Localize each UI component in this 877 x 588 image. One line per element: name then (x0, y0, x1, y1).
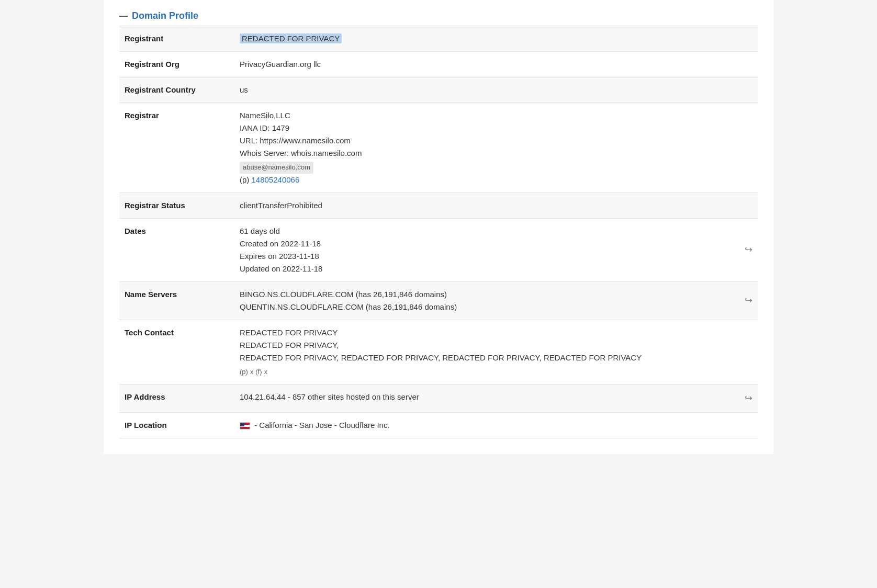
dates-age: 61 days old (240, 225, 732, 238)
registrant-country-label: Registrant Country (119, 77, 234, 103)
registrar-email-row: abuse@namesilo.com (240, 161, 732, 174)
ip-address-value: 104.21.64.44 - 857 other sites hosted on… (234, 384, 737, 412)
ns-2: QUENTIN.NS.CLOUDFLARE.COM (has 26,191,84… (240, 301, 732, 313)
registrar-whois: Whois Server: whois.namesilo.com (240, 147, 732, 160)
tech-phone-label: (p) (240, 368, 248, 376)
registrant-value: REDACTED FOR PRIVACY (234, 26, 737, 52)
dates-created: Created on 2022-11-18 (240, 238, 732, 250)
registrant-org-action (737, 52, 758, 77)
table-row: Dates 61 days old Created on 2022-11-18 … (119, 218, 758, 281)
table-row: Registrant REDACTED FOR PRIVACY (119, 26, 758, 52)
tech-contact-label: Tech Contact (119, 320, 234, 384)
registrant-country-action (737, 77, 758, 103)
tech-contact-line3: REDACTED FOR PRIVACY, REDACTED FOR PRIVA… (240, 352, 732, 364)
table-row: IP Location - California - San Jose - Cl… (119, 412, 758, 438)
table-row: Registrant Country us (119, 77, 758, 103)
registrar-action (737, 103, 758, 193)
registrar-iana: IANA ID: 1479 (240, 122, 732, 134)
table-row: Registrar NameSilo,LLC IANA ID: 1479 URL… (119, 103, 758, 193)
tech-fax-label: (f) (255, 368, 262, 376)
dates-value: 61 days old Created on 2022-11-18 Expire… (234, 218, 737, 281)
registrar-url: URL: https://www.namesilo.com (240, 134, 732, 147)
tech-contact-phone-fax: (p) x (f) x (240, 365, 732, 378)
dates-updated: Updated on 2022-11-18 (240, 263, 732, 275)
tech-contact-action (737, 320, 758, 384)
ip-location-label: IP Location (119, 412, 234, 438)
name-servers-label: Name Servers (119, 281, 234, 320)
table-row: IP Address 104.21.64.44 - 857 other site… (119, 384, 758, 412)
dates-action[interactable]: ↪ (737, 218, 758, 281)
registrar-email[interactable]: abuse@namesilo.com (240, 162, 313, 174)
domain-profile-table: Registrant REDACTED FOR PRIVACY Registra… (119, 26, 758, 438)
section-header: — Domain Profile (119, 5, 758, 26)
registrar-phone[interactable]: 14805240066 (252, 175, 300, 184)
registrar-label: Registrar (119, 103, 234, 193)
registrar-status-label: Registrar Status (119, 193, 234, 218)
ip-address-label: IP Address (119, 384, 234, 412)
table-row: Tech Contact REDACTED FOR PRIVACY REDACT… (119, 320, 758, 384)
name-servers-action[interactable]: ↪ (737, 281, 758, 320)
registrant-highlighted: REDACTED FOR PRIVACY (240, 33, 342, 43)
domain-profile-container: — Domain Profile Registrant REDACTED FOR… (104, 0, 773, 454)
ip-location-text: - California - San Jose - Cloudflare Inc… (254, 421, 389, 429)
registrar-status-action (737, 193, 758, 218)
registrar-name: NameSilo,LLC (240, 109, 732, 122)
us-flag-icon (240, 422, 250, 429)
tech-phone-x: x (250, 368, 255, 376)
ip-address-action[interactable]: ↪ (737, 384, 758, 412)
registrar-value: NameSilo,LLC IANA ID: 1479 URL: https://… (234, 103, 737, 193)
section-title: Domain Profile (132, 10, 198, 21)
table-row: Registrant Org PrivacyGuardian.org llc (119, 52, 758, 77)
registrant-label: Registrant (119, 26, 234, 52)
tech-fax-x: x (264, 368, 268, 376)
dates-label: Dates (119, 218, 234, 281)
ip-location-value: - California - San Jose - Cloudflare Inc… (234, 412, 737, 438)
tech-contact-line2: REDACTED FOR PRIVACY, (240, 339, 732, 352)
tech-contact-line1: REDACTED FOR PRIVACY (240, 326, 732, 339)
registrant-org-label: Registrant Org (119, 52, 234, 77)
dates-expires: Expires on 2023-11-18 (240, 250, 732, 263)
ns-1: BINGO.NS.CLOUDFLARE.COM (has 26,191,846 … (240, 288, 732, 301)
tech-contact-value: REDACTED FOR PRIVACY REDACTED FOR PRIVAC… (234, 320, 737, 384)
ip-location-action (737, 412, 758, 438)
registrar-phone-row: (p) 14805240066 (240, 174, 732, 186)
name-servers-value: BINGO.NS.CLOUDFLARE.COM (has 26,191,846 … (234, 281, 737, 320)
table-row: Name Servers BINGO.NS.CLOUDFLARE.COM (ha… (119, 281, 758, 320)
section-icon: — (119, 12, 128, 21)
registrant-action (737, 26, 758, 52)
registrar-status-value: clientTransferProhibited (234, 193, 737, 218)
registrant-org-value: PrivacyGuardian.org llc (234, 52, 737, 77)
table-row: Registrar Status clientTransferProhibite… (119, 193, 758, 218)
registrant-country-value: us (234, 77, 737, 103)
